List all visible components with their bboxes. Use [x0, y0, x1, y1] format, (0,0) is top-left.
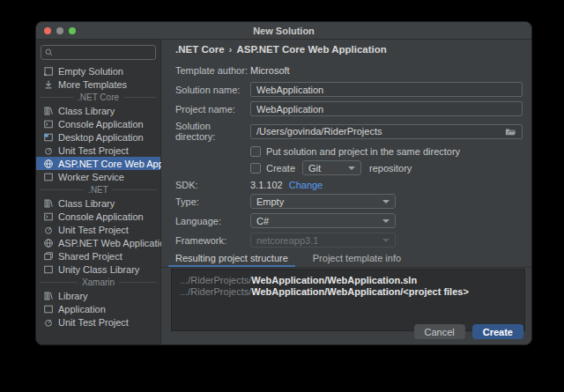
chevron-down-icon [382, 239, 390, 242]
same-directory-checkbox[interactable] [250, 146, 261, 157]
sidebar-item-unit-test-project[interactable]: Unit Test Project [36, 315, 160, 329]
preview-line: .../RiderProjects/WebApplication/WebAppl… [180, 275, 524, 286]
sidebar-item-desktop-application[interactable]: Desktop Application [36, 130, 160, 144]
search-icon [45, 48, 53, 56]
sidebar-item-label: Unit Test Project [58, 317, 129, 328]
download-icon [42, 79, 54, 90]
zoom-button[interactable] [69, 27, 76, 34]
breadcrumb-current: ASP.NET Core Web Application [236, 44, 386, 55]
globe-icon [42, 159, 54, 169]
worker-icon [42, 172, 54, 182]
create-repository-checkbox[interactable] [250, 163, 261, 174]
sidebar-item-label: Console Application [58, 119, 144, 129]
sidebar-section-net-core: .NET Core [40, 92, 157, 103]
vcs-dropdown[interactable]: Git [302, 160, 361, 175]
console-icon [42, 119, 54, 129]
template-search-box[interactable] [41, 45, 156, 60]
project-name-value: WebApplication [256, 104, 516, 115]
solution-name-label: Solution name: [175, 85, 250, 95]
solution-name-input[interactable]: WebApplication [250, 82, 523, 97]
sidebar-item-label: Shared Project [58, 251, 122, 262]
window-icon [42, 264, 54, 275]
template-author-value: Microsoft [250, 65, 290, 76]
breadcrumb-parent: .NET Core [175, 44, 225, 55]
library-icon [42, 291, 54, 301]
sdk-label: SDK: [175, 180, 250, 190]
sidebar-item-label: Console Application [58, 211, 144, 222]
sidebar-item-more-templates[interactable]: More Templates [36, 78, 160, 91]
traffic-lights [44, 27, 76, 34]
cancel-button[interactable]: Cancel [414, 324, 465, 339]
close-button[interactable] [44, 27, 51, 34]
project-name-label: Project name: [175, 104, 250, 115]
chevron-down-icon [382, 219, 390, 223]
sidebar-item-label: Unity Class Library [58, 264, 139, 275]
sdk-change-link[interactable]: Change [289, 180, 323, 190]
desktop-icon [42, 132, 54, 143]
sidebar-item-label: Class Library [58, 106, 115, 116]
sidebar-item-label: Unit Test Project [58, 145, 129, 156]
window-title: New Solution [253, 26, 315, 36]
dialog-footer: Cancel Create [161, 320, 531, 345]
breadcrumb-separator: › [225, 44, 237, 55]
solution-icon [42, 66, 54, 77]
language-value: C# [256, 216, 382, 226]
breadcrumb: .NET Core›ASP.NET Core Web Application [161, 40, 531, 59]
sidebar-item-console-application[interactable]: Console Application [36, 210, 160, 223]
type-label: Type: [175, 196, 250, 207]
sidebar-item-application[interactable]: Application [36, 302, 160, 315]
globe-icon [42, 238, 54, 248]
browse-folder-button[interactable] [505, 127, 516, 137]
new-solution-dialog: New Solution Empty Solution More Templat… [35, 21, 532, 345]
sidebar-item-unit-test-project[interactable]: Unit Test Project [36, 223, 160, 236]
sidebar-item-aspnet-web-application[interactable]: ASP.NET Web Application [36, 236, 160, 249]
sidebar-item-worker-service[interactable]: Worker Service [36, 170, 160, 183]
type-value: Empty [256, 196, 382, 207]
sidebar-item-label: More Templates [58, 79, 127, 90]
sidebar-item-label: Unit Test Project [58, 225, 129, 235]
tab-resulting-project-structure[interactable]: Resulting project structure [168, 251, 295, 267]
framework-value: netcoreapp3.1 [256, 235, 382, 246]
sidebar-item-library[interactable]: Library [36, 289, 160, 302]
project-name-input[interactable]: WebApplication [250, 101, 523, 116]
type-dropdown[interactable]: Empty [250, 194, 396, 209]
sidebar-item-unit-test-project[interactable]: Unit Test Project [36, 144, 160, 157]
window-icon [42, 304, 54, 314]
solution-directory-input[interactable]: /Users/govinda/RiderProjects [250, 124, 523, 139]
template-author-label: Template author: [175, 65, 250, 76]
test-icon [42, 225, 54, 235]
preview-path: WebApplication/WebApplication/<project f… [251, 286, 469, 297]
sdk-value: 3.1.102 [250, 180, 283, 190]
library-icon [42, 198, 54, 209]
sidebar-section-net: .NET [40, 184, 157, 196]
sidebar-item-unity-class-library[interactable]: Unity Class Library [36, 263, 160, 276]
solution-directory-label: Solution directory: [175, 121, 250, 142]
solution-name-value: WebApplication [256, 85, 516, 95]
preview-path: WebApplication/WebApplication.sln [251, 275, 417, 285]
chevron-down-icon [382, 200, 390, 203]
sidebar-item-aspnet-core-web-application[interactable]: ASP.NET Core Web Applic... [36, 157, 160, 170]
sidebar-item-label: Worker Service [58, 172, 124, 182]
language-label: Language: [175, 216, 250, 226]
chevron-down-icon [348, 166, 355, 170]
solution-directory-value: /Users/govinda/RiderProjects [256, 126, 505, 137]
search-input[interactable] [56, 48, 152, 58]
sidebar-item-class-library[interactable]: Class Library [36, 104, 160, 117]
title-bar: New Solution [36, 22, 531, 40]
shared-icon [42, 251, 54, 262]
sidebar-item-console-application[interactable]: Console Application [36, 117, 160, 130]
language-dropdown[interactable]: C# [250, 213, 396, 228]
sidebar-item-class-library[interactable]: Class Library [36, 196, 160, 210]
template-sidebar: Empty Solution More Templates .NET Core … [36, 40, 161, 345]
create-button[interactable]: Create [472, 324, 523, 339]
sidebar-item-shared-project[interactable]: Shared Project [36, 249, 160, 263]
sidebar-item-label: Empty Solution [58, 66, 123, 77]
minimize-button[interactable] [56, 27, 63, 34]
library-icon [42, 106, 54, 116]
preview-path-prefix: .../RiderProjects/ [180, 286, 251, 297]
sidebar-item-label: Desktop Application [58, 132, 144, 143]
tab-project-template-info[interactable]: Project template info [306, 251, 408, 267]
sidebar-item-empty-solution[interactable]: Empty Solution [36, 64, 160, 78]
preview-path-prefix: .../RiderProjects/ [180, 275, 251, 285]
framework-dropdown: netcoreapp3.1 [250, 233, 396, 248]
